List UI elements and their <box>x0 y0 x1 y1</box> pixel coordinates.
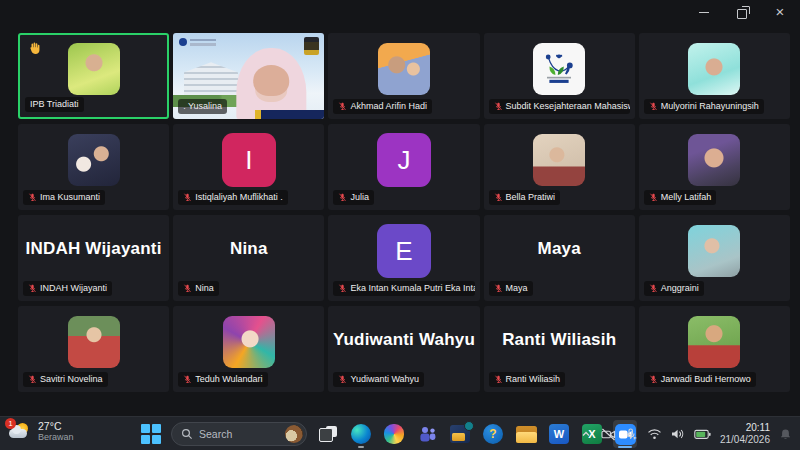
search-icon <box>181 428 193 440</box>
participant-nameplate: Ranti Wiliasih <box>489 372 566 387</box>
participant-tile[interactable]: Akhmad Arifin Hadi <box>328 33 479 119</box>
wifi-icon[interactable] <box>647 428 662 440</box>
search-placeholder: Search <box>199 428 279 440</box>
weather-widget[interactable]: 1 27°C Berawan <box>8 420 74 443</box>
participant-nameplate: Mulyorini Rahayuningsih <box>644 99 764 114</box>
microphone-icon[interactable] <box>625 428 638 441</box>
participant-tile[interactable]: Melly Latifah <box>639 124 790 210</box>
participant-tile[interactable]: J Julia <box>328 124 479 210</box>
participant-tile[interactable]: I Istiqlaliyah Muflikhati . <box>173 124 324 210</box>
participant-name: Julia <box>350 192 369 203</box>
muted-mic-icon <box>649 193 658 202</box>
participant-nameplate: Maya <box>489 281 533 296</box>
avatar <box>688 316 740 368</box>
participant-tile[interactable]: Savitri Novelina <box>18 306 169 392</box>
participant-tile[interactable]: . Yusalina <box>173 33 324 119</box>
participant-nameplate: Melly Latifah <box>644 190 717 205</box>
notification-icon[interactable] <box>779 428 792 441</box>
battery-icon[interactable] <box>694 429 711 440</box>
muted-mic-icon <box>28 193 37 202</box>
participant-nameplate: Ima Kusumanti <box>23 190 105 205</box>
participant-nameplate: Julia <box>333 190 374 205</box>
participant-name: Ranti Wiliasih <box>506 374 561 385</box>
clock-date: 21/04/2026 <box>720 434 770 446</box>
task-view-button[interactable] <box>316 420 340 448</box>
participant-tile[interactable]: Subdit Kesejahteraan Mahasiswa IPB <box>484 33 635 119</box>
camera-off-icon[interactable] <box>601 428 616 441</box>
weather-badge: 1 <box>5 418 16 429</box>
participant-name: Savitri Novelina <box>40 374 103 385</box>
avatar <box>223 316 275 368</box>
search-highlight-image <box>285 425 303 443</box>
muted-mic-icon <box>338 102 347 111</box>
edge-icon[interactable] <box>349 420 373 448</box>
participant-nameplate: IPB Triadiati <box>25 97 84 112</box>
avatar <box>533 43 585 95</box>
initial-letter: J <box>397 145 410 176</box>
taskbar-clock[interactable]: 20:11 21/04/2026 <box>720 422 770 446</box>
muted-mic-icon <box>28 375 37 384</box>
participant-name: Eka Intan Kumala Putri Eka Intan <box>350 283 474 294</box>
close-button[interactable]: × <box>774 6 786 18</box>
minimize-button[interactable] <box>698 6 710 18</box>
participant-nameplate: Nina <box>178 281 219 296</box>
display-name-large: Ranti Wiliasih <box>484 306 635 374</box>
weather-temp: 27°C <box>38 420 74 432</box>
participant-name: Maya <box>506 283 528 294</box>
participant-tile[interactable]: Mulyorini Rahayuningsih <box>639 33 790 119</box>
search-input[interactable]: Search <box>171 422 307 446</box>
gallery-grid: IPB Triadiati . Yusalina Akhmad Arifin H… <box>18 33 790 392</box>
participant-tile[interactable]: Bella Pratiwi <box>484 124 635 210</box>
word-icon[interactable]: W <box>547 420 571 448</box>
teams-icon[interactable] <box>415 420 439 448</box>
participant-tile[interactable]: IPB Triadiati <box>18 33 169 119</box>
file-explorer-icon[interactable] <box>514 420 538 448</box>
avatar <box>378 43 430 95</box>
start-button[interactable] <box>140 423 162 445</box>
display-name-large: Maya <box>484 215 635 283</box>
get-help-icon[interactable]: ? <box>481 420 505 448</box>
muted-mic-icon <box>494 102 503 111</box>
participant-tile[interactable]: INDAH Wijayanti INDAH Wijayanti <box>18 215 169 301</box>
participant-tile[interactable]: Ranti Wiliasih Ranti Wiliasih <box>484 306 635 392</box>
participant-tile[interactable]: Jarwadi Budi Hernowo <box>639 306 790 392</box>
ranking-badge <box>304 37 319 55</box>
avatar <box>688 134 740 186</box>
participant-nameplate: Istiqlaliyah Muflikhati . <box>178 190 288 205</box>
participant-name: Bella Pratiwi <box>506 192 556 203</box>
initial-avatar: I <box>222 133 276 187</box>
participant-nameplate: Jarwadi Budi Hernowo <box>644 372 756 387</box>
participant-nameplate: Teduh Wulandari <box>178 372 267 387</box>
restore-button[interactable] <box>736 6 748 18</box>
muted-mic-icon <box>183 193 192 202</box>
participant-nameplate: INDAH Wijayanti <box>23 281 112 296</box>
participant-nameplate: Subdit Kesejahteraan Mahasiswa IPB <box>489 99 630 114</box>
participant-name: Yudiwanti Wahyu <box>350 374 419 385</box>
participant-tile[interactable]: Yudiwanti Wahyu Yudiwanti Wahyu <box>328 306 479 392</box>
avatar <box>688 225 740 277</box>
participant-name: INDAH Wijayanti <box>40 283 107 294</box>
volume-icon[interactable] <box>671 428 685 440</box>
copilot-icon[interactable] <box>382 420 406 448</box>
hidden-icons-chevron[interactable] <box>580 428 592 440</box>
display-name-large: Yudiwanti Wahyu <box>328 306 479 374</box>
muted-mic-icon <box>494 284 503 293</box>
participant-nameplate: Anggraini <box>644 281 704 296</box>
muted-mic-icon <box>183 375 192 384</box>
participant-tile[interactable]: Ima Kusumanti <box>18 124 169 210</box>
participant-tile[interactable]: Teduh Wulandari <box>173 306 324 392</box>
weather-condition: Berawan <box>38 432 74 443</box>
participant-name: Teduh Wulandari <box>195 374 262 385</box>
participant-tile[interactable]: E Eka Intan Kumala Putri Eka Intan <box>328 215 479 301</box>
initial-letter: E <box>395 236 412 267</box>
participant-tile[interactable]: Maya Maya <box>484 215 635 301</box>
weather-icon: 1 <box>8 421 32 443</box>
participant-name: Jarwadi Budi Hernowo <box>661 374 751 385</box>
participant-tile[interactable]: Anggraini <box>639 215 790 301</box>
outlook-icon[interactable] <box>448 420 472 448</box>
participant-tile[interactable]: Nina Nina <box>173 215 324 301</box>
initial-letter: I <box>245 145 252 176</box>
participant-nameplate: Eka Intan Kumala Putri Eka Intan <box>333 281 474 296</box>
muted-mic-icon <box>338 375 347 384</box>
muted-mic-icon <box>649 102 658 111</box>
